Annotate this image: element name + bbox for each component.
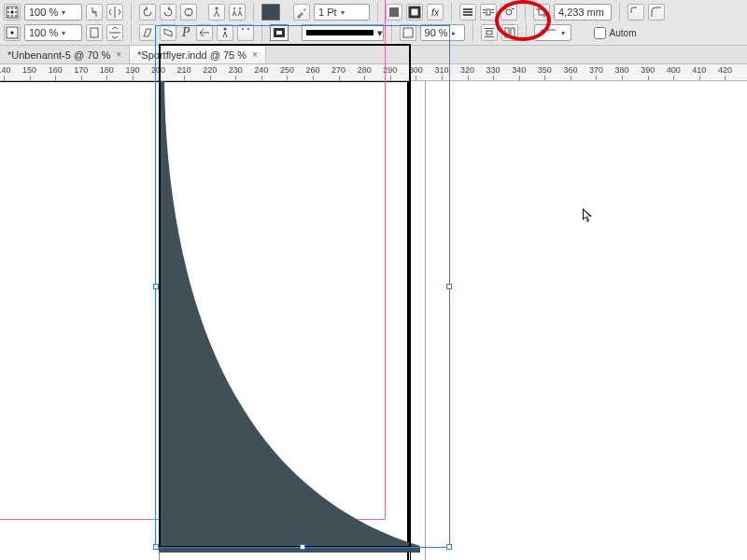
ruler-tick: 420	[715, 64, 734, 81]
ruler-tick: 320	[458, 64, 477, 81]
selection-handle[interactable]	[300, 544, 305, 550]
ruler-tick: 400	[664, 64, 683, 81]
separator	[451, 3, 452, 21]
chevron-down-icon: ▸	[452, 29, 456, 37]
ruler-tick: 360	[561, 64, 580, 81]
svg-rect-21	[491, 9, 494, 10]
svg-rect-15	[410, 7, 419, 17]
ruler-tick-label: 420	[718, 65, 732, 75]
text-wrap-none-icon[interactable]	[459, 4, 476, 21]
selection-handle[interactable]	[153, 544, 159, 550]
svg-rect-26	[512, 8, 514, 9]
svg-rect-18	[463, 14, 472, 16]
svg-point-24	[506, 9, 512, 15]
ruler-tick: 380	[613, 64, 631, 81]
separator	[472, 23, 473, 42]
selection-handle[interactable]	[153, 284, 159, 289]
svg-rect-36	[485, 36, 494, 37]
crop-icon[interactable]	[533, 4, 550, 21]
text-wrap-jump-icon[interactable]	[481, 24, 498, 41]
fx-icon[interactable]: fx	[427, 4, 444, 21]
svg-rect-14	[389, 7, 399, 17]
svg-rect-37	[505, 28, 509, 37]
ruler-tick: 390	[639, 64, 657, 81]
effects-fill-icon[interactable]	[386, 4, 402, 21]
ruler-tick-label: 360	[563, 65, 577, 75]
svg-rect-19	[486, 9, 490, 15]
ruler-tick: 370	[586, 64, 605, 81]
ruler-tick-label: 370	[589, 65, 603, 75]
selection-handle[interactable]	[446, 284, 452, 289]
svg-rect-17	[463, 11, 472, 13]
separator	[526, 23, 527, 42]
ruler-tick-label: 400	[667, 65, 681, 75]
ruler-tick-label: 410	[692, 65, 706, 75]
autofit-label: Autom	[608, 28, 637, 38]
corner-shape-icon	[539, 28, 557, 37]
document-canvas[interactable]	[0, 81, 747, 560]
ruler-tick: 330	[484, 64, 502, 81]
corner-radius-icon[interactable]	[648, 4, 665, 21]
svg-rect-22	[483, 12, 486, 13]
selection-box	[155, 25, 450, 548]
autofit-input[interactable]	[594, 27, 606, 39]
ruler-tick-label: 330	[486, 65, 500, 75]
selection-handle[interactable]	[446, 544, 452, 550]
svg-rect-35	[485, 28, 494, 29]
fx-label: fx	[431, 7, 439, 18]
dimension-value: 4,233 mm	[558, 7, 604, 18]
svg-rect-20	[483, 9, 486, 10]
ruler-tick-label: 350	[538, 65, 552, 75]
mouse-cursor-icon	[583, 208, 594, 225]
separator	[619, 3, 620, 21]
corner-options-icon[interactable]	[627, 4, 644, 21]
ruler-tick: 350	[535, 64, 554, 81]
svg-rect-38	[511, 28, 514, 37]
dimension-field[interactable]: 4,233 mm	[554, 4, 612, 21]
corner-shape-field[interactable]: ▾	[534, 24, 571, 41]
text-wrap-shape-icon[interactable]	[500, 4, 517, 21]
svg-rect-25	[503, 8, 506, 9]
text-wrap-bounding-icon[interactable]	[480, 4, 497, 21]
svg-rect-16	[463, 8, 472, 10]
ruler-tick-label: 380	[615, 65, 629, 75]
effects-stroke-icon[interactable]	[406, 4, 423, 21]
separator	[525, 3, 526, 21]
svg-rect-23	[491, 12, 494, 13]
ruler-tick: 410	[690, 64, 709, 81]
text-wrap-column-icon[interactable]	[501, 24, 518, 41]
autofit-checkbox[interactable]: Autom	[594, 27, 637, 39]
ruler-tick-label: 390	[641, 65, 655, 75]
ruler-tick: 340	[510, 64, 529, 81]
ruler-tick-label: 320	[460, 65, 474, 75]
svg-rect-34	[486, 31, 492, 35]
ruler-tick-label: 340	[512, 65, 526, 75]
chevron-down-icon: ▾	[561, 29, 565, 37]
